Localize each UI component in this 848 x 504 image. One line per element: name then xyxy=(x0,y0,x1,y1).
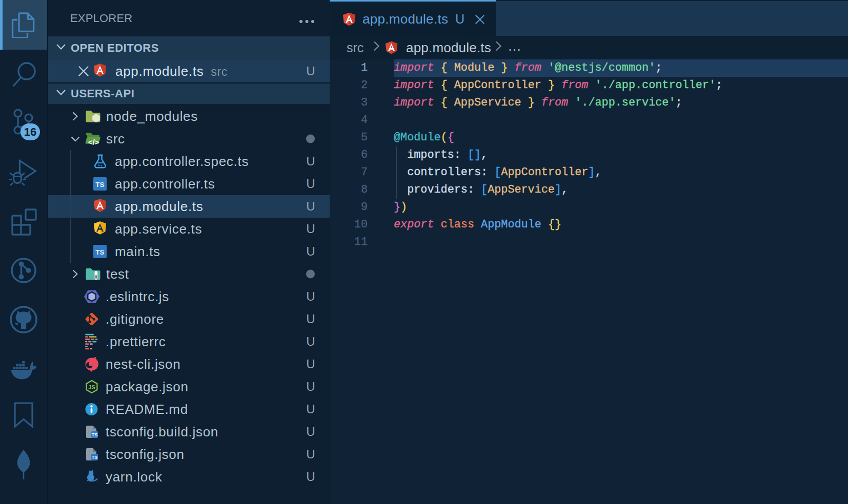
svg-text:TS: TS xyxy=(95,181,104,188)
svg-text:TS: TS xyxy=(92,455,98,460)
svg-text:JS: JS xyxy=(88,384,95,390)
svg-text:TS: TS xyxy=(92,432,98,437)
svg-text:TS: TS xyxy=(95,248,104,256)
svg-text:</>: </> xyxy=(88,138,99,146)
